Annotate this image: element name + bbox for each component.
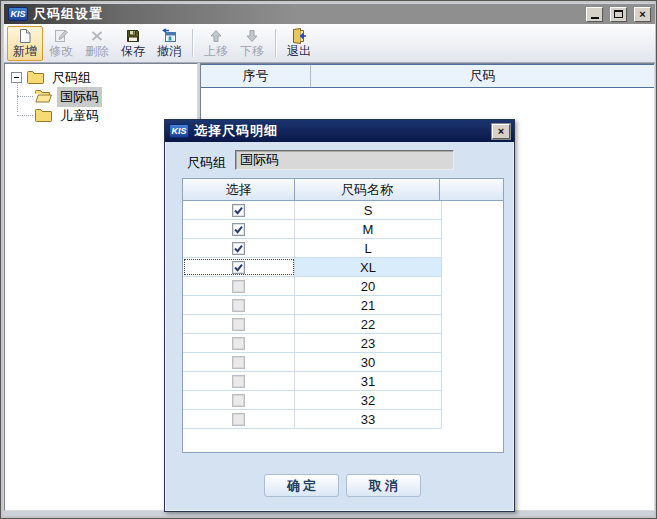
size-detail-row[interactable]: 32 <box>183 391 442 410</box>
size-detail-row[interactable]: 22 <box>183 315 442 334</box>
undo-icon <box>161 28 177 44</box>
exit-icon <box>291 28 307 44</box>
checkbox-unchecked[interactable] <box>232 356 245 369</box>
checkbox-unchecked[interactable] <box>232 280 245 293</box>
tree-item-label: 儿童码 <box>57 106 102 126</box>
delete-icon <box>89 28 105 44</box>
toolbar-buttons: 新增 修改 删除 保存 撤消 上移 下移 退出 <box>4 24 655 63</box>
folder-icon <box>27 71 44 84</box>
size-detail-row[interactable]: S <box>183 201 442 220</box>
size-list-header: 序号 尺码 <box>201 64 654 88</box>
size-name-cell: S <box>295 201 442 219</box>
tree-connector <box>17 96 33 97</box>
select-cell <box>183 220 295 238</box>
new-document-icon <box>17 28 33 44</box>
window-titlebar: KIS 尺码组设置 × <box>4 4 655 24</box>
size-detail-row[interactable]: L <box>183 239 442 258</box>
toolbar-button-delete[interactable]: 删除 <box>79 26 115 61</box>
select-size-detail-dialog: KIS 选择尺码明细 × 尺码组 选择 尺码名称 S M L <box>164 119 515 512</box>
size-name-cell: 22 <box>295 315 442 333</box>
size-name-cell: 33 <box>295 410 442 428</box>
column-header-size: 尺码 <box>311 65 654 87</box>
maximize-icon <box>614 10 623 18</box>
checkbox-checked[interactable] <box>232 261 245 274</box>
select-cell <box>183 239 295 257</box>
select-cell <box>183 334 295 352</box>
toolbar-button-label: 撤消 <box>157 45 181 58</box>
size-name-cell: 20 <box>295 277 442 295</box>
toolbar-button-label: 新增 <box>13 45 37 58</box>
select-cell <box>183 201 295 219</box>
toolbar-separator <box>192 29 193 57</box>
select-cell <box>183 296 295 314</box>
toolbar-button-move-down[interactable]: 下移 <box>234 26 270 61</box>
toolbar-button-new-document[interactable]: 新增 <box>7 26 43 61</box>
size-detail-row[interactable]: 21 <box>183 296 442 315</box>
size-detail-table-header: 选择 尺码名称 <box>183 179 503 201</box>
size-name-cell: L <box>295 239 442 257</box>
checkbox-unchecked[interactable] <box>232 375 245 388</box>
size-name-cell: 32 <box>295 391 442 409</box>
toolbar-button-edit[interactable]: 修改 <box>43 26 79 61</box>
column-header-select: 选择 <box>183 179 295 200</box>
tree-root-size-group[interactable]: 尺码组 <box>5 68 197 87</box>
size-detail-row[interactable]: 20 <box>183 277 442 296</box>
window-title: 尺码组设置 <box>33 5 579 23</box>
app-window: KIS 尺码组设置 × 新增 修改 删除 保存 撤消 上移 下移 <box>0 0 657 519</box>
select-cell <box>183 372 295 390</box>
toolbar-button-label: 下移 <box>240 45 264 58</box>
select-cell <box>183 277 295 295</box>
cancel-button[interactable]: 取消 <box>346 474 421 497</box>
minimize-icon <box>591 17 599 19</box>
tree-connector <box>17 82 18 112</box>
move-up-icon <box>208 28 224 44</box>
size-name-cell: 21 <box>295 296 442 314</box>
edit-icon <box>53 28 69 44</box>
close-button[interactable]: × <box>634 7 651 22</box>
select-cell <box>183 391 295 409</box>
tree-item-label: 国际码 <box>57 87 102 107</box>
size-detail-table: 选择 尺码名称 S M L XL 20 21 <box>182 178 504 453</box>
toolbar-button-undo[interactable]: 撤消 <box>151 26 187 61</box>
ok-button[interactable]: 确定 <box>264 474 339 497</box>
move-down-icon <box>244 28 260 44</box>
size-detail-row[interactable]: 33 <box>183 410 442 429</box>
size-detail-row[interactable]: 30 <box>183 353 442 372</box>
size-detail-row[interactable]: 31 <box>183 372 442 391</box>
size-group-field[interactable] <box>235 150 454 170</box>
checkbox-unchecked[interactable] <box>232 337 245 350</box>
toolbar-button-label: 上移 <box>204 45 228 58</box>
toolbar-button-move-up[interactable]: 上移 <box>198 26 234 61</box>
minimize-button[interactable] <box>586 7 603 22</box>
size-name-cell: 30 <box>295 353 442 371</box>
dialog-close-button[interactable]: × <box>492 124 510 139</box>
toolbar-button-exit[interactable]: 退出 <box>281 26 317 61</box>
size-detail-row[interactable]: 23 <box>183 334 442 353</box>
toolbar-button-label: 保存 <box>121 45 145 58</box>
checkbox-unchecked[interactable] <box>232 299 245 312</box>
checkbox-checked[interactable] <box>232 242 245 255</box>
kis-logo-icon: KIS <box>8 7 28 21</box>
select-cell <box>183 258 295 276</box>
close-icon: × <box>639 9 645 20</box>
toolbar-separator <box>275 29 276 57</box>
column-header-spacer <box>440 179 503 200</box>
maximize-button[interactable] <box>610 7 627 22</box>
select-cell <box>183 315 295 333</box>
checkbox-checked[interactable] <box>232 204 245 217</box>
checkbox-checked[interactable] <box>232 223 245 236</box>
size-detail-row[interactable]: XL <box>183 258 442 277</box>
checkbox-unchecked[interactable] <box>232 394 245 407</box>
toolbar-button-label: 删除 <box>85 45 109 58</box>
size-detail-table-body: S M L XL 20 21 22 23 <box>183 201 503 429</box>
checkbox-unchecked[interactable] <box>232 413 245 426</box>
close-icon: × <box>498 126 504 137</box>
tree-root-label: 尺码组 <box>49 68 94 88</box>
toolbar-button-save[interactable]: 保存 <box>115 26 151 61</box>
dialog-titlebar: KIS 选择尺码明细 × <box>165 120 514 142</box>
tree-item-selected[interactable]: 国际码 <box>5 87 197 106</box>
size-detail-row[interactable]: M <box>183 220 442 239</box>
checkbox-unchecked[interactable] <box>232 318 245 331</box>
select-cell <box>183 353 295 371</box>
kis-logo-icon: KIS <box>169 124 189 138</box>
